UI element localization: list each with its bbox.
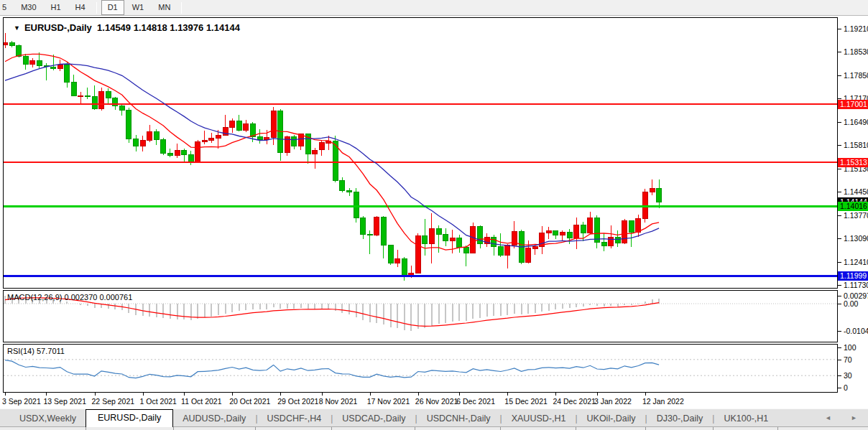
- rsi-canvas[interactable]: [4, 345, 837, 392]
- date-label: 11 Oct 2021: [181, 397, 221, 406]
- hline-price-label: 1.15313: [838, 158, 868, 167]
- date-label: 15 Dec 2021: [504, 397, 548, 406]
- timeframe-button-MN[interactable]: MN: [152, 0, 177, 15]
- date-tick: [46, 393, 47, 396]
- tab-ukoil-daily[interactable]: UKOil-,Daily: [578, 411, 645, 426]
- date-tick: [5, 393, 6, 396]
- tab-scroll-right-icon[interactable]: ►: [851, 414, 857, 421]
- main-chart-panel[interactable]: ▼EURUSD-,Daily 1.14549 1.14818 1.13976 1…: [3, 17, 838, 289]
- tab-boundary-mark: [713, 427, 714, 430]
- date-label: 20 Oct 2021: [229, 397, 270, 406]
- hline-price-label: 1.14016: [838, 202, 868, 211]
- date-label: 6 Dec 2021: [456, 397, 495, 406]
- timeframe-button-D1[interactable]: D1: [101, 0, 124, 15]
- macd-panel[interactable]: MACD(12,26,9) 0.002370 0.000761: [3, 290, 838, 342]
- date-axis: 3 Sep 202113 Sep 202122 Sep 20211 Oct 20…: [3, 393, 838, 408]
- tab-boundary-mark: [645, 427, 646, 430]
- tab-usdchf-h4[interactable]: USDCHF-,H4: [258, 411, 331, 426]
- hline-price-label: 1.11999: [838, 271, 868, 281]
- date-tick: [322, 393, 323, 396]
- chart-title: ▼EURUSD-,Daily 1.14549 1.14818 1.13976 1…: [14, 22, 240, 33]
- tab-boundary-mark: [331, 427, 332, 430]
- chart-symbol-label: EURUSD-,Daily: [24, 22, 92, 33]
- chart-ohlc-values: 1.14549 1.14818 1.13976 1.14144: [97, 22, 240, 33]
- tab-audusd-daily[interactable]: AUDUSD-,Daily: [173, 411, 255, 426]
- date-tick: [184, 393, 185, 396]
- rsi-panel[interactable]: RSI(14) 57.7011: [3, 344, 838, 393]
- date-label: 12 Jan 2022: [642, 397, 684, 406]
- tab-uk100-h1[interactable]: UK100-,H1: [714, 411, 777, 426]
- date-label: 26 Nov 2021: [415, 397, 458, 406]
- hline-price-label: 1.17001: [838, 100, 868, 109]
- date-label: 22 Sep 2021: [92, 397, 135, 406]
- tab-boundary-mark: [255, 427, 256, 430]
- toolbar-separator: [181, 2, 182, 14]
- tab-boundary-mark: [500, 427, 501, 430]
- date-tick: [143, 393, 144, 396]
- date-tick: [280, 393, 281, 396]
- candlestick-chart-canvas[interactable]: [4, 18, 837, 288]
- chevron-down-icon[interactable]: ▼: [14, 24, 20, 32]
- tab-dj30-daily[interactable]: DJ30-,Daily: [647, 411, 713, 426]
- timeframe-button-W1[interactable]: W1: [126, 0, 151, 15]
- tab-boundary-mark: [777, 427, 778, 430]
- date-tick: [370, 393, 371, 396]
- toolbar-separator: [96, 2, 97, 14]
- timeframe-button-H4[interactable]: H4: [69, 0, 92, 15]
- timeframe-button-M30[interactable]: M30: [14, 0, 42, 15]
- tab-eurusd-daily[interactable]: EURUSD-,Daily: [86, 409, 173, 427]
- date-tick: [232, 393, 233, 396]
- date-tick: [597, 393, 598, 396]
- date-label: 8 Nov 2021: [319, 397, 358, 406]
- timeframe-button-H1[interactable]: H1: [45, 0, 68, 15]
- chart-tab-bar: USDX,WeeklyEURUSD-,DailyAUDUSD-,Daily|US…: [0, 408, 868, 430]
- date-tick: [459, 393, 460, 396]
- date-label: 29 Oct 2021: [277, 397, 318, 406]
- date-label: 24 Dec 2021: [553, 397, 596, 406]
- tab-boundary-mark: [415, 427, 415, 430]
- date-tick: [645, 393, 646, 396]
- timeframe-button-5[interactable]: 5: [0, 0, 13, 15]
- tab-usdcad-daily[interactable]: USDCAD-,Daily: [333, 411, 415, 426]
- date-tick: [507, 393, 508, 396]
- tab-usdx-weekly[interactable]: USDX,Weekly: [10, 411, 86, 426]
- tab-scroll-left-icon[interactable]: ◄: [825, 414, 831, 421]
- tab-boundary-mark: [86, 427, 86, 430]
- price-axis: 1.192101.185301.178501.171701.164901.158…: [838, 17, 868, 393]
- date-tick: [555, 393, 556, 396]
- date-tick: [418, 393, 419, 396]
- timeframe-toolbar: 5M30H1H4D1W1MN: [0, 0, 868, 16]
- tab-boundary-mark: [173, 427, 174, 430]
- tab-boundary-mark: [576, 427, 576, 430]
- date-tick: [95, 393, 96, 396]
- date-label: 17 Nov 2021: [367, 397, 410, 406]
- tab-usdcnh-daily[interactable]: USDCNH-,Daily: [417, 411, 500, 426]
- trading-platform-window: 5M30H1H4D1W1MN ▼EURUSD-,Daily 1.14549 1.…: [0, 0, 868, 430]
- date-label: 3 Sep 2021: [2, 397, 41, 406]
- date-label: 1 Oct 2021: [140, 397, 177, 406]
- tab-xauusd-h1[interactable]: XAUUSD-,H1: [502, 411, 576, 426]
- date-label: 3 Jan 2022: [594, 397, 632, 406]
- rsi-label: RSI(14) 57.7011: [7, 347, 65, 355]
- date-label: 13 Sep 2021: [43, 397, 86, 406]
- macd-label: MACD(12,26,9) 0.002370 0.000761: [7, 293, 132, 302]
